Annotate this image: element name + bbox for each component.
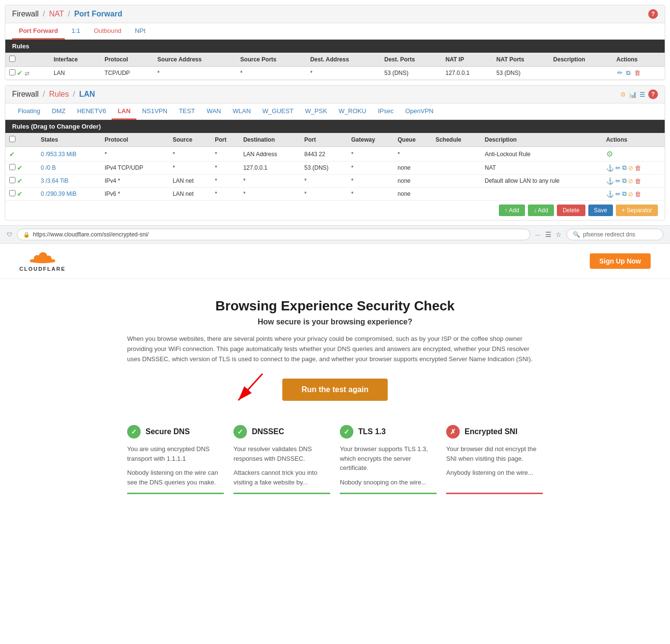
row-select4[interactable] xyxy=(9,190,15,196)
col-nat-ip: NAT IP xyxy=(441,53,492,67)
secure-dns-text1: You are using encrypted DNS transport wi… xyxy=(127,444,224,463)
dest-cell3: * xyxy=(239,175,300,188)
col-states: States xyxy=(37,133,101,147)
states-link[interactable]: 0 /953.33 MiB xyxy=(41,151,76,158)
tab-test[interactable]: TEST xyxy=(173,103,201,120)
nat-panel: Firewall / NAT / Port Forward ? Port For… xyxy=(5,5,665,80)
encrypted-sni-card: ✗ Encrypted SNI Your browser did not enc… xyxy=(446,425,543,494)
sched-cell xyxy=(432,147,481,161)
more-options-icon[interactable]: ··· xyxy=(535,231,540,238)
tab-portforward[interactable]: Port Forward xyxy=(12,23,65,40)
edit-icon[interactable]: ✏ xyxy=(617,69,623,76)
tab-henetv6[interactable]: HENETV6 xyxy=(71,103,112,120)
tls13-text2: Nobody snooping on the wire... xyxy=(340,478,437,487)
states-link3[interactable]: 3 /3.64 TiB xyxy=(41,177,68,184)
search-bar[interactable]: 🔍 pfsense redirect dns xyxy=(567,229,663,240)
description-cell xyxy=(549,67,612,80)
tab-wguest[interactable]: W_GUEST xyxy=(257,103,299,120)
table-footer: ↑ Add ↓ Add Delete Save + Separator xyxy=(5,201,665,220)
copy-icon[interactable]: ⧉ xyxy=(626,69,630,76)
tab-floating[interactable]: Floating xyxy=(12,103,46,120)
main-title: Browsing Experience Security Check xyxy=(127,298,543,314)
states-cell4: 0 /290.39 MiB xyxy=(37,188,101,201)
tls13-header: ✓ TLS 1.3 xyxy=(340,425,437,439)
select-all-checkbox[interactable] xyxy=(9,56,15,62)
dest-addr-cell: * xyxy=(306,67,380,80)
delete-icon[interactable]: 🗑 xyxy=(634,69,641,76)
edit-icon2[interactable]: ✏ xyxy=(615,164,621,172)
star-icon[interactable]: ☆ xyxy=(555,231,562,238)
breadcrumb-firewall[interactable]: Firewall xyxy=(12,10,39,18)
nat-rules-header: Rules xyxy=(5,40,665,53)
states-cell: 0 /953.33 MiB xyxy=(37,147,101,161)
add-up-button[interactable]: ↑ Add xyxy=(499,205,525,216)
anchor-icon[interactable]: ⚓ xyxy=(606,164,614,172)
address-bar[interactable]: 🔒 https://www.cloudflare.com/ssl/encrypt… xyxy=(17,229,530,240)
help-icon2[interactable]: ? xyxy=(648,89,658,99)
bookmark-list-icon[interactable]: ☰ xyxy=(545,231,552,238)
tab-wan[interactable]: WAN xyxy=(201,103,227,120)
delete-button[interactable]: Delete xyxy=(557,205,585,216)
delete-icon3[interactable]: 🗑 xyxy=(635,177,641,185)
tab-outbound[interactable]: Outbound xyxy=(87,23,128,40)
list-icon[interactable]: ☰ xyxy=(640,91,645,98)
states-link2[interactable]: 0 /0 B xyxy=(41,164,56,171)
row-select2[interactable] xyxy=(9,164,15,170)
add-down-button[interactable]: ↓ Add xyxy=(528,205,554,216)
gw-cell2: * xyxy=(348,161,394,175)
tab-npt[interactable]: NPt xyxy=(128,23,152,40)
disable-icon3[interactable]: ⊘ xyxy=(628,190,633,198)
enabled-check3: ✔ xyxy=(17,177,23,185)
disable-icon[interactable]: ⊘ xyxy=(628,164,633,172)
tab-wlan[interactable]: WLAN xyxy=(227,103,257,120)
edit-icon3[interactable]: ✏ xyxy=(615,177,621,185)
edit-icon4[interactable]: ✏ xyxy=(615,190,621,198)
cloudflare-page: CLOUDFLARE Sign Up Now Browsing Experien… xyxy=(0,244,670,513)
port-cell2: * xyxy=(211,161,239,175)
copy-icon2[interactable]: ⧉ xyxy=(622,164,626,172)
tab-lan[interactable]: LAN xyxy=(112,103,136,120)
nat-tabs: Port Forward 1:1 Outbound NPt xyxy=(5,23,665,40)
breadcrumb-portforward: Port Forward xyxy=(74,10,122,18)
encrypted-sni-header: ✗ Encrypted SNI xyxy=(446,425,543,439)
row-select[interactable] xyxy=(9,69,15,75)
row-select3[interactable] xyxy=(9,177,15,183)
delete-icon4[interactable]: 🗑 xyxy=(635,190,641,198)
anchor-icon2[interactable]: ⚓ xyxy=(606,177,614,185)
breadcrumb-fw[interactable]: Firewall xyxy=(12,90,39,98)
copy-icon3[interactable]: ⧉ xyxy=(622,177,626,185)
select-all2[interactable] xyxy=(9,136,15,142)
signup-button[interactable]: Sign Up Now xyxy=(590,253,651,269)
tab-wroku[interactable]: W_ROKU xyxy=(333,103,372,120)
tab-wpsk[interactable]: W_PSK xyxy=(299,103,333,120)
chart-icon[interactable]: 📊 xyxy=(629,91,637,98)
action-icons-row3: ⚓ ✏ ⧉ ⊘ 🗑 xyxy=(606,177,661,185)
breadcrumb-nat[interactable]: NAT xyxy=(49,10,64,18)
help-icon[interactable]: ? xyxy=(648,9,658,19)
filter-icon[interactable]: ⚙ xyxy=(620,91,626,98)
source-cell: * xyxy=(169,147,211,161)
anchor-icon3[interactable]: ⚓ xyxy=(606,190,614,198)
delete-icon2[interactable]: 🗑 xyxy=(635,164,641,172)
source-cell2: * xyxy=(169,161,211,175)
tab-1to1[interactable]: 1:1 xyxy=(65,23,87,40)
nat-header: Firewall / NAT / Port Forward ? xyxy=(5,5,665,23)
tab-openvpn[interactable]: OpenVPN xyxy=(399,103,439,120)
tab-ipsec[interactable]: IPsec xyxy=(372,103,400,120)
run-test-button[interactable]: Run the test again xyxy=(282,379,388,401)
breadcrumb-rules[interactable]: Rules xyxy=(49,90,69,98)
save-button[interactable]: Save xyxy=(588,205,613,216)
disable-icon2[interactable]: ⊘ xyxy=(628,177,633,185)
cf-logo: CLOUDFLARE xyxy=(19,250,66,272)
search-icon: 🔍 xyxy=(573,231,580,238)
desc-cell3: Default allow LAN to any rule xyxy=(481,175,602,188)
separator-button[interactable]: + Separator xyxy=(616,205,658,216)
col-desc2: Description xyxy=(481,133,602,147)
tab-dmz[interactable]: DMZ xyxy=(46,103,71,120)
col-dest-addr: Dest. Address xyxy=(306,53,380,67)
states-link4[interactable]: 0 /290.39 MiB xyxy=(41,190,76,197)
tab-ns1vpn[interactable]: NS1VPN xyxy=(136,103,173,120)
copy-icon4[interactable]: ⧉ xyxy=(622,190,626,198)
settings-icon[interactable]: ⚙ xyxy=(606,150,613,158)
proto-cell4: IPv6 * xyxy=(101,188,169,201)
